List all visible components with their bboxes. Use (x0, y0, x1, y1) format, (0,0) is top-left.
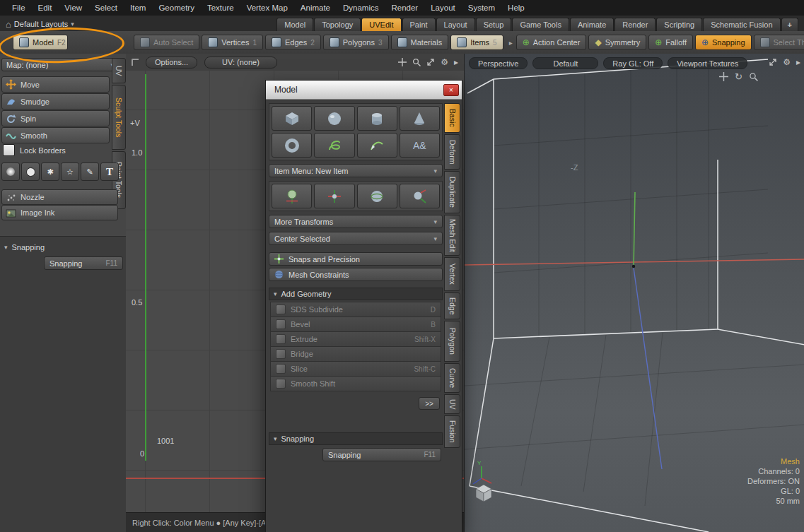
layout-tab-scripting[interactable]: Scripting (656, 18, 702, 31)
layout-tab-setup[interactable]: Setup (476, 18, 512, 31)
layout-tab-animate[interactable]: Animate (570, 18, 614, 31)
sphere-primitive-button[interactable] (314, 106, 354, 131)
uv-texture-dropdown[interactable]: UV: (none) (204, 57, 277, 69)
rotate-icon[interactable]: ↻ (735, 71, 742, 82)
chevron-right-icon[interactable]: ▸ (796, 57, 800, 67)
torus-primitive-button[interactable] (272, 133, 312, 158)
procedural-brush-button[interactable]: ✱ (41, 162, 59, 181)
pen-brush-button[interactable]: ✎ (81, 162, 99, 181)
smooth-tool-button[interactable]: Smooth (1, 127, 110, 143)
tab-mesh-edit[interactable]: Mesh Edit (444, 215, 460, 256)
tab-edge[interactable]: Edge (444, 292, 460, 319)
transform-tool-button[interactable] (272, 184, 312, 208)
bridge-button[interactable]: Bridge (270, 347, 441, 362)
pan-icon[interactable] (398, 58, 407, 66)
layout-tab-add[interactable]: + (781, 18, 798, 31)
corner-widget-icon[interactable] (132, 59, 139, 66)
tab-basic[interactable]: Basic (444, 103, 460, 133)
polygons-mode-button[interactable]: Polygons 3 (323, 35, 389, 50)
cylinder-primitive-button[interactable] (357, 106, 397, 131)
edges-mode-button[interactable]: Edges 2 (265, 35, 321, 50)
viewport-raygl-button[interactable]: Ray GL: Off (603, 57, 663, 69)
menu-item[interactable]: Item (124, 4, 152, 12)
action-center-button[interactable]: ⊕ Action Center (516, 35, 587, 50)
menu-render[interactable]: Render (385, 4, 424, 12)
snaps-precision-button[interactable]: Snaps and Precision (269, 252, 443, 266)
tab-curve[interactable]: Curve (444, 363, 460, 393)
layout-tab-topology[interactable]: Topology (314, 18, 361, 31)
falloff-button[interactable]: ⊕ Falloff (648, 35, 693, 50)
nozzle-button[interactable]: Nozzle (1, 189, 118, 205)
expand-tools-button[interactable]: >> (419, 397, 440, 410)
viewport-textures-button[interactable]: Viewport Textures (668, 57, 747, 69)
expand-icon[interactable] (769, 58, 777, 66)
perspective-3d-viewport[interactable]: Y Perspective Default Ray GL: Off Viewpo… (464, 54, 804, 532)
chevron-right-icon[interactable]: ▸ (509, 39, 513, 47)
spiral-tool-button[interactable] (314, 133, 354, 158)
snapping-popup-button[interactable]: Snapping F11 (44, 256, 123, 270)
menu-file[interactable]: File (6, 4, 32, 12)
bevel-button[interactable]: Bevel B (270, 317, 441, 332)
curve-pen-button[interactable] (357, 133, 397, 158)
text-tool-button[interactable]: A& (400, 133, 440, 158)
vertex-map-dropdown[interactable]: Map: (none) ▾ (1, 58, 119, 71)
tab-duplicate[interactable]: Duplicate (444, 171, 460, 213)
menu-geometry[interactable]: Geometry (152, 4, 201, 12)
gear-icon[interactable]: ⚙ (783, 57, 791, 67)
viewport-shading-button[interactable]: Default (532, 57, 598, 69)
spin-tool-button[interactable]: Spin (1, 110, 110, 126)
zoom-icon[interactable] (412, 58, 421, 66)
snapping-section-header[interactable]: ▾ Snapping (269, 432, 443, 445)
layout-tab-model[interactable]: Model (276, 18, 313, 31)
mesh-constraints-button[interactable]: Mesh Constraints (269, 268, 443, 281)
text-brush-button[interactable]: T (100, 162, 119, 181)
pan-icon[interactable] (719, 72, 728, 81)
layout-tab-uvedit[interactable]: UVEdit (361, 18, 401, 31)
layout-tab-render[interactable]: Render (614, 18, 656, 31)
menu-edit[interactable]: Edit (32, 4, 59, 12)
lock-borders-checkbox[interactable] (3, 144, 15, 156)
select-through-button[interactable]: Select Thro... (754, 35, 804, 50)
tab-vertex[interactable]: Vertex (444, 257, 460, 291)
side-tab-sculpt-tools[interactable]: Sculpt Tools (112, 85, 126, 150)
cube-primitive-button[interactable] (272, 106, 312, 131)
tab-deform[interactable]: Deform (444, 134, 460, 170)
zoom-icon[interactable] (749, 72, 758, 81)
smooth-shift-button[interactable]: Smooth Shift (270, 377, 441, 391)
auto-select-button[interactable]: Auto Select (134, 35, 199, 50)
slice-button[interactable]: Slice Shift-C (270, 362, 441, 377)
layout-tab-layout[interactable]: Layout (436, 18, 475, 31)
tab-polygon[interactable]: Polygon (444, 321, 460, 362)
hard-brush-button[interactable] (21, 162, 40, 181)
star-brush-button[interactable]: ☆ (61, 162, 79, 181)
menu-dynamics[interactable]: Dynamics (337, 4, 385, 12)
vertices-mode-button[interactable]: Vertices 1 (202, 35, 263, 50)
scale-tool-button[interactable] (400, 184, 440, 208)
image-ink-button[interactable]: Image Ink (1, 205, 118, 220)
soft-brush-button[interactable] (1, 162, 20, 181)
model-mode-button[interactable]: Model F2 (13, 35, 68, 50)
chevron-right-icon[interactable]: ▸ (454, 57, 458, 67)
layout-preset-dropdown[interactable]: Default Layouts ▾ (14, 20, 74, 28)
uv-options-button[interactable]: Options... (146, 57, 197, 69)
snapping-section-header[interactable]: ▾ Snapping (0, 241, 126, 253)
items-mode-button[interactable]: Items 5 (450, 35, 503, 50)
center-selected-dropdown[interactable]: Center Selected ▾ (269, 232, 443, 245)
viewport-camera-button[interactable]: Perspective (469, 57, 528, 69)
add-geometry-section-header[interactable]: ▾ Add Geometry (269, 288, 443, 300)
menu-view[interactable]: View (58, 4, 88, 12)
menu-system[interactable]: System (462, 4, 501, 12)
symmetry-button[interactable]: ◆ Symmetry (588, 35, 646, 50)
smudge-tool-button[interactable]: Smudge (1, 93, 110, 110)
menu-select[interactable]: Select (88, 4, 124, 12)
menu-layout[interactable]: Layout (424, 4, 462, 12)
layout-tab-game-tools[interactable]: Game Tools (512, 18, 569, 31)
sds-subdivide-button[interactable]: SDS Subdivide D (270, 302, 441, 317)
expand-icon[interactable] (426, 58, 435, 66)
rotate-tool-button[interactable] (357, 184, 397, 208)
more-transforms-dropdown[interactable]: More Transforms ▾ (269, 215, 443, 228)
palette-title-bar[interactable]: Model × (266, 81, 462, 100)
layout-tab-paint[interactable]: Paint (402, 18, 436, 31)
menu-vertex-map[interactable]: Vertex Map (240, 4, 294, 12)
move-tool-button[interactable]: Move (1, 76, 110, 93)
